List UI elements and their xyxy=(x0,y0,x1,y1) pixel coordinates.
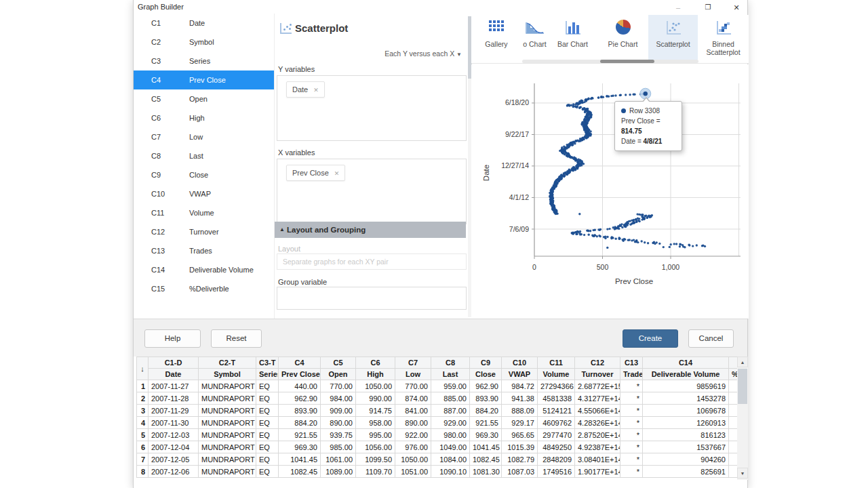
table-cell[interactable]: 958.00 xyxy=(356,417,395,429)
column-name-header[interactable]: Prev Close xyxy=(279,369,321,380)
table-cell[interactable]: 1537667 xyxy=(643,441,729,453)
table-cell[interactable] xyxy=(729,380,738,392)
remove-chip-icon[interactable]: ✕ xyxy=(334,170,340,177)
table-cell[interactable]: 4.28326E+14 xyxy=(575,417,620,429)
table-cell[interactable]: MUNDRAPORT xyxy=(199,380,256,392)
table-cell[interactable]: 1749516 xyxy=(538,466,575,478)
column-id-header[interactable]: C2-T xyxy=(199,357,256,369)
table-cell[interactable]: 2007-11-30 xyxy=(149,417,199,429)
row-number[interactable]: 6 xyxy=(137,441,149,453)
table-cell[interactable]: 27294366 xyxy=(538,380,575,392)
table-cell[interactable]: 929.17 xyxy=(502,417,538,429)
table-cell[interactable]: EQ xyxy=(256,429,279,441)
gallery-tile-bar-chart[interactable]: Bar Chart xyxy=(548,15,597,60)
column-id-header[interactable]: C5 xyxy=(321,357,356,369)
table-cell[interactable]: 2007-11-28 xyxy=(149,392,199,405)
worksheet-table[interactable]: ↓C1-DC2-TC3-TC4C5C6C7C8C9C10C11C12C13C14… xyxy=(136,357,737,488)
table-cell[interactable]: * xyxy=(620,466,643,478)
column-id-header[interactable]: C7 xyxy=(395,357,431,369)
table-cell[interactable]: 1099.50 xyxy=(356,453,395,466)
row-number[interactable]: 2 xyxy=(137,392,149,405)
table-cell[interactable]: * xyxy=(620,405,643,417)
table-cell[interactable]: MUNDRAPORT xyxy=(199,392,256,405)
table-cell[interactable]: 962.90 xyxy=(470,380,502,392)
column-id-header[interactable]: C14 xyxy=(643,357,729,369)
scroll-up-icon[interactable]: ▲ xyxy=(737,357,748,367)
x-variable-chip[interactable]: Prev Close✕ xyxy=(286,165,345,181)
table-cell[interactable]: EQ xyxy=(256,466,279,478)
table-cell[interactable]: 939.75 xyxy=(321,429,356,441)
table-cell[interactable]: 921.55 xyxy=(470,417,502,429)
table-cell[interactable]: 4.31277E+14 xyxy=(575,392,620,405)
table-cell[interactable]: MUNDRAPORT xyxy=(199,453,256,466)
table-cell[interactable]: 4581338 xyxy=(538,392,575,405)
table-cell[interactable]: 959.00 xyxy=(431,380,470,392)
table-cell[interactable]: 941.38 xyxy=(502,392,538,405)
table-cell[interactable]: EQ xyxy=(256,380,279,392)
table-cell[interactable]: 1453278 xyxy=(643,392,729,405)
table-cell[interactable]: 2007-12-06 xyxy=(149,466,199,478)
table-cell[interactable]: 887.00 xyxy=(431,405,470,417)
table-cell[interactable]: 990.00 xyxy=(356,392,395,405)
table-cell[interactable]: 1081.30 xyxy=(470,466,502,478)
column-item-c10[interactable]: C10VWAP xyxy=(134,184,274,203)
table-cell[interactable]: 969.30 xyxy=(470,429,502,441)
table-cell[interactable]: 3.08401E+14 xyxy=(575,453,620,466)
column-name-header[interactable]: Date xyxy=(149,369,199,380)
table-cell[interactable]: 816123 xyxy=(643,429,729,441)
row-number[interactable]: 1 xyxy=(137,380,149,392)
table-cell[interactable]: 1069678 xyxy=(643,405,729,417)
column-name-header[interactable]: High xyxy=(356,369,395,380)
table-cell[interactable] xyxy=(729,417,738,429)
table-cell[interactable]: 893.90 xyxy=(470,392,502,405)
column-item-c9[interactable]: C9Close xyxy=(134,165,274,184)
table-cell[interactable]: MUNDRAPORT xyxy=(199,466,256,478)
table-cell[interactable]: 962.90 xyxy=(279,392,321,405)
column-item-c2[interactable]: C2Symbol xyxy=(134,33,274,52)
column-item-c15[interactable]: C15%Deliverble xyxy=(134,279,274,298)
table-cell[interactable]: 2977470 xyxy=(538,429,575,441)
table-cell[interactable]: 1056.00 xyxy=(356,441,395,453)
column-item-c13[interactable]: C13Trades xyxy=(134,241,274,260)
cancel-button[interactable]: Cancel xyxy=(688,329,734,348)
table-cell[interactable]: 4609762 xyxy=(538,417,575,429)
column-item-c11[interactable]: C11Volume xyxy=(134,203,274,222)
close-icon[interactable]: ✕ xyxy=(725,0,748,15)
scatter-plot[interactable]: 6/18/209/22/1712/27/144/1/127/6/0905001,… xyxy=(471,64,749,319)
table-cell[interactable] xyxy=(729,392,738,405)
table-cell[interactable]: 884.20 xyxy=(470,405,502,417)
y-variable-chip[interactable]: Date✕ xyxy=(286,81,325,98)
table-cell[interactable]: 2007-11-29 xyxy=(149,405,199,417)
table-cell[interactable]: 4.55066E+14 xyxy=(575,405,620,417)
table-cell[interactable]: 1082.79 xyxy=(502,453,538,466)
column-id-header[interactable]: C10 xyxy=(502,357,538,369)
gallery-tile-o-chart[interactable]: o Chart xyxy=(522,15,547,60)
gallery-scrollbar-thumb[interactable] xyxy=(600,60,654,63)
reset-button[interactable]: Reset xyxy=(211,329,262,348)
column-id-header[interactable]: C11 xyxy=(538,357,575,369)
table-cell[interactable]: 874.00 xyxy=(395,392,431,405)
row-number[interactable]: 4 xyxy=(137,417,149,429)
column-id-header[interactable]: C9 xyxy=(470,357,502,369)
table-cell[interactable]: 985.00 xyxy=(321,441,356,453)
table-cell[interactable]: 2007-12-04 xyxy=(149,441,199,453)
table-cell[interactable]: 1041.45 xyxy=(470,441,502,453)
table-cell[interactable]: 2007-12-03 xyxy=(149,429,199,441)
table-cell[interactable]: 890.00 xyxy=(321,417,356,429)
table-cell[interactable]: 884.20 xyxy=(279,417,321,429)
table-cell[interactable]: MUNDRAPORT xyxy=(199,405,256,417)
row-number[interactable]: 7 xyxy=(137,453,149,466)
y-variables-box[interactable]: Date✕ xyxy=(277,75,467,141)
table-cell[interactable] xyxy=(729,405,738,417)
column-item-c5[interactable]: C5Open xyxy=(134,89,274,108)
column-item-c8[interactable]: C8Last xyxy=(134,146,274,165)
table-cell[interactable]: * xyxy=(620,429,643,441)
table-cell[interactable]: 965.65 xyxy=(502,429,538,441)
table-cell[interactable]: * xyxy=(620,380,643,392)
table-cell[interactable]: 4849250 xyxy=(538,441,575,453)
table-cell[interactable]: 1260913 xyxy=(643,417,729,429)
table-cell[interactable]: 969.30 xyxy=(279,441,321,453)
column-item-c14[interactable]: C14Deliverable Volume xyxy=(134,260,274,279)
column-id-header[interactable]: C1-D xyxy=(149,357,199,369)
table-cell[interactable]: 984.00 xyxy=(321,392,356,405)
